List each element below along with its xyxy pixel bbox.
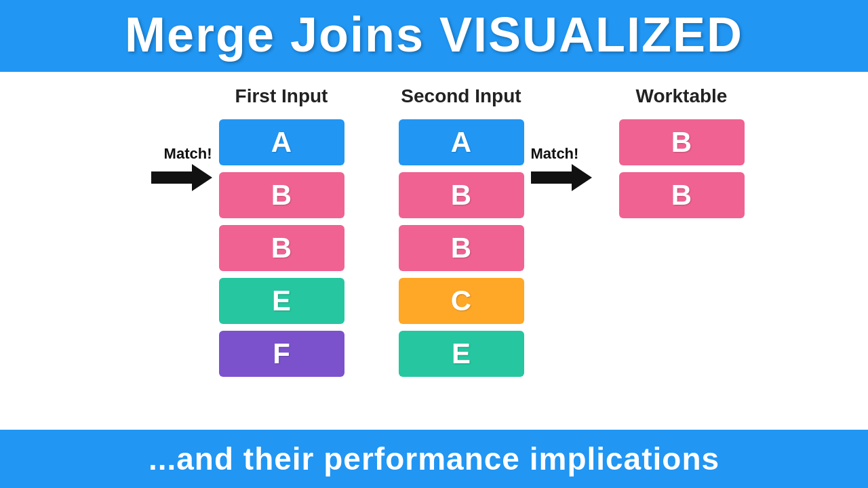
left-arrow-body: [151, 171, 192, 184]
list-item: C: [399, 278, 524, 324]
worktable-column: Worktable B B: [619, 85, 745, 225]
list-item: B: [619, 172, 745, 218]
list-item: E: [219, 278, 344, 324]
first-input-header: First Input: [235, 85, 328, 107]
page-title: Merge Joins VISUALIZED: [125, 7, 743, 62]
right-arrow-body: [531, 171, 572, 184]
list-item: F: [219, 331, 344, 377]
top-banner: Merge Joins VISUALIZED: [0, 0, 868, 72]
left-arrow-icon: [151, 164, 212, 191]
list-item: B: [219, 172, 344, 218]
right-arrow-area: Match!: [531, 85, 619, 191]
list-item: A: [399, 119, 524, 165]
left-arrow-label: Match!: [164, 145, 212, 163]
worktable-header: Worktable: [636, 85, 728, 107]
right-arrow-icon: [531, 164, 592, 191]
list-item: A: [219, 119, 344, 165]
main-content: Match! First Input A B B E F Second Inpu…: [0, 72, 868, 384]
left-arrow-area: Match!: [124, 85, 212, 191]
bottom-banner: ...and their performance implications: [0, 430, 868, 488]
second-input-header: Second Input: [401, 85, 521, 107]
list-item: B: [219, 225, 344, 271]
right-arrow-head: [572, 164, 592, 191]
first-input-column: First Input A B B E F: [219, 85, 344, 384]
list-item: B: [399, 225, 524, 271]
list-item: E: [399, 331, 524, 377]
left-arrow-head: [192, 164, 212, 191]
list-item: B: [619, 119, 745, 165]
list-item: B: [399, 172, 524, 218]
footer-text: ...and their performance implications: [149, 441, 719, 477]
second-input-column: Second Input A B B C E: [399, 85, 524, 384]
right-arrow-label: Match!: [531, 145, 579, 163]
